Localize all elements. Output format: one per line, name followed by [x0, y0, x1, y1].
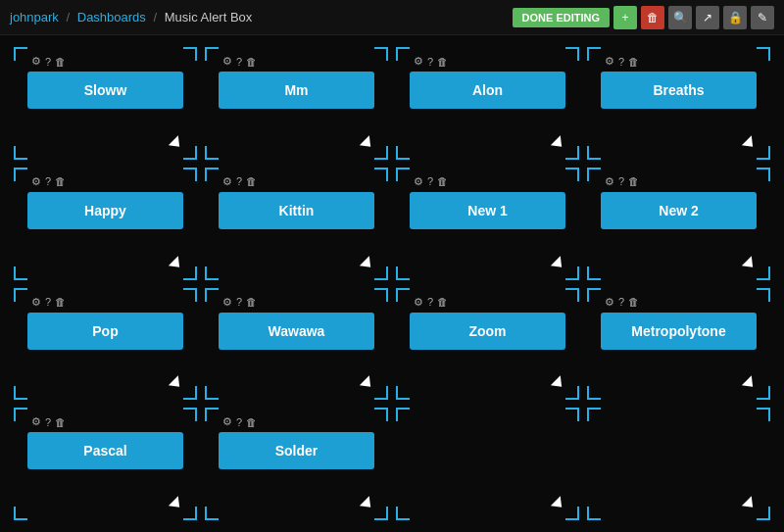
help-icon[interactable]: ?	[45, 56, 51, 68]
corner-br-icon	[565, 507, 579, 520]
corner-br-icon	[183, 266, 197, 280]
corner-tl-icon	[14, 408, 27, 421]
widget-button-c11[interactable]: Zoom	[410, 313, 565, 350]
corner-bl-icon	[205, 146, 219, 160]
trash-icon[interactable]: 🗑	[246, 416, 257, 428]
widget-button-c12[interactable]: Metropolytone	[601, 313, 757, 350]
cell-resize-arrow-icon[interactable]	[360, 256, 375, 271]
topbar-actions: DONE EDITING + 🗑 🔍 ↗ 🔒 ✎	[513, 6, 774, 29]
search-button[interactable]: 🔍	[668, 6, 692, 29]
done-editing-button[interactable]: DONE EDITING	[513, 8, 610, 27]
corner-bl-icon	[587, 386, 601, 400]
help-icon[interactable]: ?	[236, 56, 242, 68]
help-icon[interactable]: ?	[427, 296, 433, 308]
gear-icon[interactable]: ⚙	[31, 415, 41, 428]
edit-pen-button[interactable]: ✎	[751, 6, 774, 29]
corner-tl-icon	[14, 168, 27, 181]
gear-icon[interactable]: ⚙	[414, 55, 423, 68]
widget-button-c2[interactable]: Mm	[219, 72, 374, 109]
widget-button-c14[interactable]: Solder	[219, 432, 374, 469]
cell-tools-c9: ⚙?🗑	[31, 296, 195, 309]
cell-content-c9: ⚙?🗑Pop	[16, 292, 195, 350]
widget-button-c8[interactable]: New 2	[601, 192, 757, 229]
cell-resize-arrow-icon[interactable]	[169, 376, 184, 392]
corner-br-icon	[374, 386, 388, 400]
corner-br-icon	[183, 507, 197, 520]
trash-icon[interactable]: 🗑	[246, 296, 257, 308]
trash-icon[interactable]: 🗑	[55, 175, 66, 187]
cell-resize-arrow-icon[interactable]	[742, 256, 758, 271]
cell-resize-arrow-icon[interactable]	[551, 256, 566, 271]
help-icon[interactable]: ?	[236, 416, 242, 428]
gear-icon[interactable]: ⚙	[31, 175, 41, 188]
gear-icon[interactable]: ⚙	[31, 55, 41, 68]
breadcrumb-dashboards[interactable]: Dashboards	[77, 10, 146, 24]
trash-icon[interactable]: 🗑	[628, 56, 639, 68]
corner-tr-icon	[183, 408, 197, 421]
trash-icon[interactable]: 🗑	[628, 175, 639, 187]
widget-button-c6[interactable]: Kittin	[219, 192, 374, 229]
cell-resize-arrow-icon[interactable]	[742, 496, 758, 511]
widget-button-c5[interactable]: Happy	[27, 192, 183, 229]
breadcrumb-username[interactable]: johnpark	[10, 10, 59, 24]
cell-resize-arrow-icon[interactable]	[551, 376, 566, 392]
trash-icon[interactable]: 🗑	[55, 296, 66, 308]
gear-icon[interactable]: ⚙	[605, 175, 614, 188]
share-button[interactable]: ↗	[696, 6, 719, 29]
widget-button-c3[interactable]: Alon	[410, 72, 565, 109]
corner-br-icon	[565, 386, 579, 400]
help-icon[interactable]: ?	[236, 296, 242, 308]
widget-button-c9[interactable]: Pop	[27, 313, 183, 350]
add-button[interactable]: +	[613, 6, 637, 29]
help-icon[interactable]: ?	[236, 175, 242, 187]
cell-resize-arrow-icon[interactable]	[551, 496, 566, 511]
gear-icon[interactable]: ⚙	[222, 175, 232, 188]
trash-icon[interactable]: 🗑	[437, 56, 448, 68]
cell-resize-arrow-icon[interactable]	[169, 256, 184, 271]
trash-icon[interactable]: 🗑	[246, 175, 257, 187]
cell-resize-arrow-icon[interactable]	[742, 135, 758, 151]
help-icon[interactable]: ?	[427, 56, 433, 68]
help-icon[interactable]: ?	[45, 416, 51, 428]
widget-button-c7[interactable]: New 1	[410, 192, 565, 229]
trash-icon[interactable]: 🗑	[246, 56, 257, 68]
trash-icon[interactable]: 🗑	[55, 56, 66, 68]
help-icon[interactable]: ?	[45, 296, 51, 308]
lock-button[interactable]: 🔒	[723, 6, 747, 29]
gear-icon[interactable]: ⚙	[605, 55, 614, 68]
cell-resize-arrow-icon[interactable]	[360, 496, 375, 511]
help-icon[interactable]: ?	[45, 175, 51, 187]
gear-icon[interactable]: ⚙	[222, 55, 232, 68]
trash-icon[interactable]: 🗑	[437, 175, 448, 187]
cell-resize-arrow-icon[interactable]	[360, 376, 375, 392]
cell-tools-c14: ⚙?🗑	[222, 415, 386, 428]
delete-button[interactable]: 🗑	[641, 6, 664, 29]
widget-button-c13[interactable]: Pascal	[27, 432, 183, 469]
gear-icon[interactable]: ⚙	[414, 296, 423, 309]
gear-icon[interactable]: ⚙	[414, 175, 423, 188]
cell-resize-arrow-icon[interactable]	[360, 135, 375, 151]
help-icon[interactable]: ?	[618, 56, 624, 68]
help-icon[interactable]: ?	[618, 296, 624, 308]
trash-icon[interactable]: 🗑	[437, 296, 448, 308]
help-icon[interactable]: ?	[618, 175, 624, 187]
cell-content-c4: ⚙?🗑Breaths	[589, 51, 768, 109]
trash-icon[interactable]: 🗑	[55, 416, 66, 428]
widget-button-c1[interactable]: Sloww	[27, 72, 183, 109]
trash-icon[interactable]: 🗑	[628, 296, 639, 308]
help-icon[interactable]: ?	[427, 175, 433, 187]
corner-tr-icon	[565, 168, 579, 181]
gear-icon[interactable]: ⚙	[222, 296, 232, 309]
gear-icon[interactable]: ⚙	[605, 296, 614, 309]
cell-content-c8: ⚙?🗑New 2	[589, 171, 768, 229]
gear-icon[interactable]: ⚙	[31, 296, 41, 309]
widget-button-c10[interactable]: Wawawa	[219, 313, 374, 350]
cell-tools-c8: ⚙?🗑	[605, 175, 768, 188]
cell-resize-arrow-icon[interactable]	[169, 496, 184, 511]
cell-resize-arrow-icon[interactable]	[742, 376, 758, 392]
corner-tl-icon	[396, 47, 410, 61]
widget-button-c4[interactable]: Breaths	[601, 72, 757, 109]
cell-resize-arrow-icon[interactable]	[551, 135, 566, 151]
cell-resize-arrow-icon[interactable]	[169, 135, 184, 151]
gear-icon[interactable]: ⚙	[222, 415, 232, 428]
